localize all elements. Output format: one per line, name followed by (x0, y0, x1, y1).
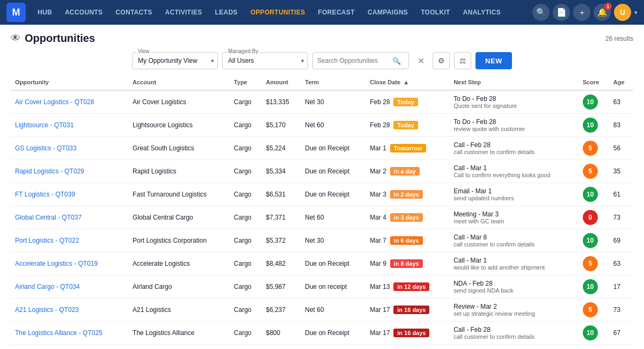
cell-next-step: Call - Feb 28 call customer to confirm d… (449, 137, 579, 160)
new-button[interactable]: NEW (475, 52, 512, 69)
col-amount[interactable]: Amount (262, 75, 301, 90)
view-chevron-icon: ▾ (208, 57, 217, 64)
cell-type: Cargo (230, 137, 262, 160)
cell-next-step: Meeting - Mar 3 meet with GC team (449, 206, 579, 229)
notification-bell-button[interactable]: 🔔 1 (594, 4, 611, 21)
nav-opportunities[interactable]: OPPORTUNITIES (245, 5, 311, 19)
cell-account: A21 Logistics (128, 299, 230, 322)
cell-opportunity: Lightsource - QT031 (11, 114, 128, 137)
col-close-date[interactable]: Close Date ▲ (365, 75, 449, 90)
nav-leads[interactable]: LEADS (210, 5, 243, 19)
opportunity-link[interactable]: Rapid Logistics - QT029 (15, 168, 84, 175)
opportunity-link[interactable]: Global Central - QT037 (15, 214, 82, 221)
opportunity-link[interactable]: Airland Cargo - QT034 (15, 283, 80, 290)
cell-score: 5 (579, 252, 609, 275)
nav-analytics[interactable]: ANALYTICS (458, 5, 506, 19)
opportunity-link[interactable]: Accelerate Logistics - QT019 (15, 260, 98, 267)
cell-account: Lightsource Logistics (128, 114, 230, 137)
user-avatar[interactable]: U (614, 4, 631, 21)
nav-contacts[interactable]: CONTACTS (110, 5, 157, 19)
cell-amount: $5,987 (262, 275, 301, 299)
nav-forecast[interactable]: FORECAST (313, 5, 360, 19)
next-step-sub: Call to confirm everything looks good (453, 172, 574, 178)
nav-accounts[interactable]: ACCOUNTS (60, 5, 108, 19)
table-row: Rapid Logistics - QT029 Rapid Logistics … (11, 160, 633, 183)
filter-icon-button[interactable]: ⚖ (454, 52, 471, 69)
next-step-sub: review quote with customer (453, 126, 574, 132)
col-age[interactable]: Age (609, 75, 633, 90)
nav-hub[interactable]: HUB (32, 5, 57, 19)
cell-amount: $5,170 (262, 114, 301, 137)
cell-account: Fast Turnaround Logistics (128, 183, 230, 206)
search-box[interactable]: 🔍 (312, 52, 409, 69)
cell-close-date: Mar 3 in 2 days (365, 183, 449, 206)
search-icon-button[interactable]: 🔍 (532, 4, 550, 21)
logo[interactable]: M (6, 3, 26, 22)
managed-chevron-icon: ▾ (298, 57, 308, 64)
cell-amount: $5,334 (262, 160, 301, 183)
nav-campaigns[interactable]: CAMPAIGNS (362, 5, 413, 19)
col-term[interactable]: Term (301, 75, 365, 90)
cell-score: 5 (579, 137, 609, 160)
cell-opportunity: Air Cover Logistics - QT028 (11, 90, 128, 114)
cell-score: 10 (579, 322, 609, 345)
document-icon-button[interactable]: 📄 (553, 4, 570, 21)
col-account[interactable]: Account (128, 75, 230, 90)
cell-term: Due on Receipt (301, 322, 365, 345)
cell-term: Net 60 (301, 299, 365, 322)
close-date-badge: in 3 days (390, 213, 423, 222)
table-row: Air Cover Logistics - QT028 Air Cover Lo… (11, 90, 633, 114)
score-circle: 10 (583, 94, 598, 110)
opportunity-link[interactable]: FT Logistics - QT039 (15, 191, 75, 198)
col-next-step[interactable]: Next Step (449, 75, 579, 90)
cell-next-step: Review - Mar 2 set up strategic review m… (449, 299, 579, 322)
nav-icon-group: 🔍 📄 ＋ 🔔 1 U ▾ (532, 4, 638, 21)
cell-term: Net 30 (301, 90, 365, 114)
next-step-sub: call customer to confirm details (453, 241, 574, 248)
cell-term: Due on Receipt (301, 252, 365, 275)
opportunity-link[interactable]: Air Cover Logistics - QT028 (15, 98, 94, 106)
clear-search-button[interactable]: ✕ (413, 53, 428, 68)
cell-next-step: Email - Mar 1 send updated numbers (449, 183, 579, 206)
next-step-main: Email - Mar 1 (453, 187, 574, 195)
col-score[interactable]: Score (579, 75, 609, 90)
next-step-main: Call - Mar 1 (453, 164, 574, 172)
next-step-main: Call - Mar 8 (453, 234, 574, 241)
settings-icon-button[interactable]: ⚙ (433, 52, 450, 69)
cell-next-step: To Do - Feb 28 review quote with custome… (449, 114, 579, 137)
cell-opportunity: GS Logistics - QT033 (11, 137, 128, 160)
col-opportunity[interactable]: Opportunity (11, 75, 128, 90)
view-select[interactable]: View My Opportunity View ▾ (132, 52, 218, 69)
next-step-main: To Do - Feb 28 (453, 95, 574, 103)
cell-close-date: Mar 17 in 16 days (365, 322, 449, 345)
cell-amount: $5,372 (262, 229, 301, 252)
cell-score: 0 (579, 206, 609, 229)
opportunities-icon: 👁 (11, 33, 20, 44)
close-date-badge: in 8 days (390, 259, 423, 268)
opportunity-link[interactable]: Lightsource - QT031 (15, 121, 74, 129)
table-row: Port Logistics - QT022 Port Logistics Co… (11, 229, 633, 252)
opportunity-link[interactable]: Port Logistics - QT022 (15, 237, 79, 244)
col-type[interactable]: Type (230, 75, 262, 90)
cell-term: Due on receipt (301, 275, 365, 299)
cell-age: 56 (609, 137, 633, 160)
opportunity-link[interactable]: A21 Logistics - QT023 (15, 306, 79, 314)
opportunity-link[interactable]: GS Logistics - QT033 (15, 144, 77, 152)
nav-activities[interactable]: ACTIVITIES (159, 5, 207, 19)
search-input[interactable] (317, 57, 392, 64)
next-step-sub: Quote sent for signature (453, 103, 574, 109)
next-step-sub: send signed NDA back (453, 287, 574, 294)
cell-next-step: To Do - Feb 28 Quote sent for signature (449, 90, 579, 114)
toolbar: View My Opportunity View ▾ Managed By Al… (11, 52, 633, 69)
add-icon-button[interactable]: ＋ (573, 4, 590, 21)
cell-close-date: Mar 7 in 6 days (365, 229, 449, 252)
opportunity-link[interactable]: The Logistics Alliance - QT025 (15, 329, 103, 337)
managed-by-select[interactable]: Managed By All Users ▾ (222, 52, 308, 69)
cell-opportunity: Rapid Logistics - QT029 (11, 160, 128, 183)
view-label: View (137, 48, 151, 54)
nav-toolkit[interactable]: TOOLKIT (415, 5, 456, 19)
avatar-chevron[interactable]: ▾ (634, 9, 638, 16)
cell-account: Port Logistics Corporation (128, 229, 230, 252)
page-header: 👁 Opportunities 26 results (11, 32, 633, 45)
cell-score: 5 (579, 299, 609, 322)
